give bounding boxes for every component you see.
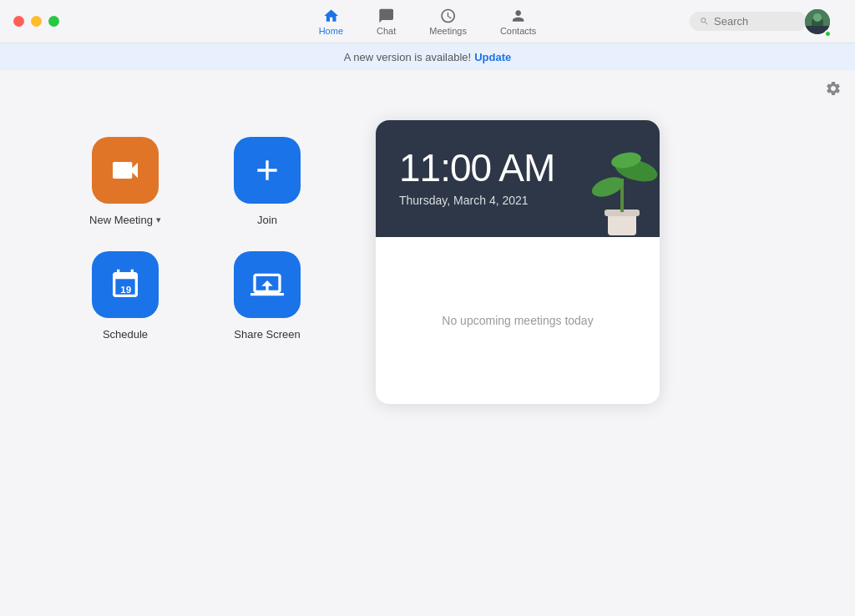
action-item-share-screen[interactable]: Share Screen [209,251,326,341]
calendar-header: 11:00 AM Thursday, March 4, 2021 [376,120,660,237]
nav-tabs: Home Chat Meetings [312,0,544,43]
no-meetings-label: No upcoming meetings today [442,314,593,327]
main-content: New Meeting ▾ Join 19 [0,87,855,437]
tab-meetings-label: Meetings [429,26,467,36]
share-screen-label: Share Screen [234,328,301,341]
update-link[interactable]: Update [474,51,511,63]
video-camera-icon [109,154,142,187]
online-indicator [824,30,832,38]
action-item-new-meeting[interactable]: New Meeting ▾ [67,137,184,226]
join-button[interactable] [234,137,301,204]
new-meeting-button[interactable] [92,137,159,204]
chevron-down-icon: ▾ [156,215,161,225]
action-item-schedule[interactable]: 19 Schedule [67,251,184,341]
home-icon [322,8,339,24]
minimize-button[interactable] [31,16,42,27]
svg-point-2 [813,13,822,22]
tab-chat[interactable]: Chat [370,4,402,39]
calendar-body: No upcoming meetings today [376,237,660,404]
plant-decoration [584,129,660,237]
calendar-icon: 19 [109,268,142,301]
search-icon [700,16,709,27]
maximize-button[interactable] [48,16,59,27]
update-banner: A new version is available! Update [0,43,855,70]
close-button[interactable] [13,16,24,27]
tab-contacts[interactable]: Contacts [493,4,543,39]
svg-text:19: 19 [120,284,131,295]
new-meeting-label: New Meeting ▾ [89,214,161,226]
traffic-lights [13,16,59,27]
contacts-icon [510,8,527,24]
tab-meetings[interactable]: Meetings [422,4,473,39]
gear-icon [825,80,842,97]
tab-home-label: Home [319,26,343,36]
tab-home[interactable]: Home [312,4,350,39]
share-screen-button[interactable] [234,251,301,318]
action-grid: New Meeting ▾ Join 19 [67,137,326,341]
action-item-join[interactable]: Join [209,137,326,226]
title-bar: Home Chat Meetings [0,0,855,43]
schedule-button[interactable]: 19 [92,251,159,318]
search-input[interactable] [714,15,797,28]
join-icon [250,154,284,187]
meetings-icon [440,8,457,24]
tab-chat-label: Chat [377,26,396,36]
calendar-widget: 11:00 AM Thursday, March 4, 2021 No upco… [376,120,660,404]
join-label: Join [257,214,277,226]
tab-contacts-label: Contacts [500,26,536,36]
update-message: A new version is available! [344,51,471,63]
chat-icon [378,8,395,24]
settings-button[interactable] [825,80,842,100]
schedule-label: Schedule [103,328,148,341]
share-screen-icon [250,268,284,301]
search-bar[interactable] [690,12,807,31]
